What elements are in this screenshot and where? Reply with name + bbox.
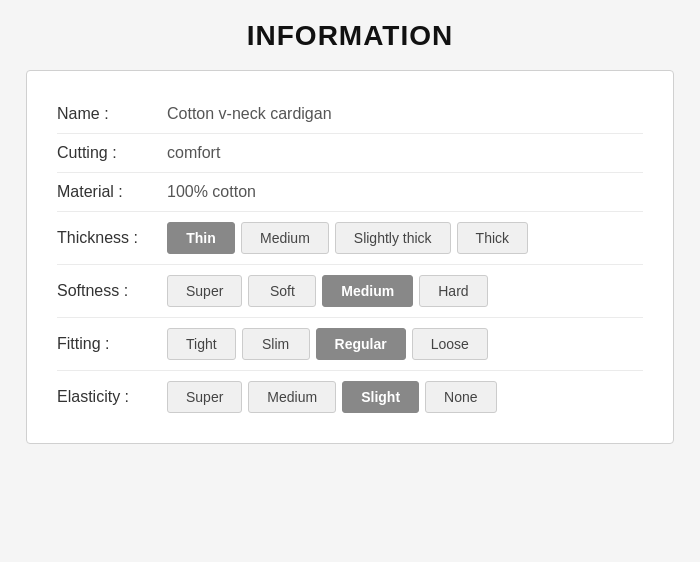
softness-group-btn-2[interactable]: Medium xyxy=(322,275,413,307)
elasticity-label: Elasticity : xyxy=(57,388,167,406)
thickness-group-btn-2[interactable]: Slightly thick xyxy=(335,222,451,254)
material-value: 100% cotton xyxy=(167,183,256,201)
thickness-buttons: ThinMediumSlightly thickThick xyxy=(167,222,528,254)
elasticity-group-btn-1[interactable]: Medium xyxy=(248,381,336,413)
elasticity-buttons: SuperMediumSlightNone xyxy=(167,381,497,413)
fitting-label: Fitting : xyxy=(57,335,167,353)
name-label: Name : xyxy=(57,105,167,123)
elasticity-row: Elasticity : SuperMediumSlightNone xyxy=(57,371,643,423)
name-row: Name : Cotton v-neck cardigan xyxy=(57,95,643,133)
page-title: INFORMATION xyxy=(247,20,453,52)
cutting-label: Cutting : xyxy=(57,144,167,162)
thickness-row: Thickness : ThinMediumSlightly thickThic… xyxy=(57,212,643,264)
info-card: Name : Cotton v-neck cardigan Cutting : … xyxy=(26,70,674,444)
cutting-row: Cutting : comfort xyxy=(57,134,643,172)
cutting-value: comfort xyxy=(167,144,220,162)
elasticity-group-btn-3[interactable]: None xyxy=(425,381,496,413)
elasticity-group-btn-2[interactable]: Slight xyxy=(342,381,419,413)
thickness-group-btn-1[interactable]: Medium xyxy=(241,222,329,254)
thickness-group-btn-0[interactable]: Thin xyxy=(167,222,235,254)
page-wrapper: INFORMATION Name : Cotton v-neck cardiga… xyxy=(0,0,700,562)
fitting-group-btn-2[interactable]: Regular xyxy=(316,328,406,360)
fitting-buttons: TightSlimRegularLoose xyxy=(167,328,488,360)
thickness-label: Thickness : xyxy=(57,229,167,247)
softness-buttons: SuperSoftMediumHard xyxy=(167,275,488,307)
fitting-group-btn-3[interactable]: Loose xyxy=(412,328,488,360)
softness-label: Softness : xyxy=(57,282,167,300)
thickness-group-btn-3[interactable]: Thick xyxy=(457,222,528,254)
softness-row: Softness : SuperSoftMediumHard xyxy=(57,265,643,317)
fitting-group-btn-1[interactable]: Slim xyxy=(242,328,310,360)
softness-group-btn-0[interactable]: Super xyxy=(167,275,242,307)
material-label: Material : xyxy=(57,183,167,201)
softness-group-btn-1[interactable]: Soft xyxy=(248,275,316,307)
name-value: Cotton v-neck cardigan xyxy=(167,105,332,123)
softness-group-btn-3[interactable]: Hard xyxy=(419,275,487,307)
fitting-row: Fitting : TightSlimRegularLoose xyxy=(57,318,643,370)
fitting-group-btn-0[interactable]: Tight xyxy=(167,328,236,360)
elasticity-group-btn-0[interactable]: Super xyxy=(167,381,242,413)
material-row: Material : 100% cotton xyxy=(57,173,643,211)
